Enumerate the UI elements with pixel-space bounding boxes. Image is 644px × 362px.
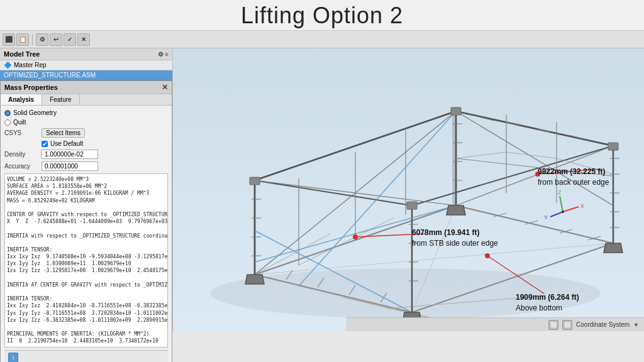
coordinate-dropdown-arrow[interactable]: ▼ bbox=[633, 322, 639, 328]
mass-props-body: Solid Geometry Quilt CSYS Select Items U… bbox=[1, 106, 172, 362]
mass-props-title-label: Mass Properties bbox=[4, 84, 58, 91]
master-rep-label: Master Rep bbox=[14, 62, 47, 69]
annotation-2-text: 6078mm (19.941 ft) bbox=[412, 228, 479, 237]
toolbar-icon-3[interactable]: ⚙ bbox=[36, 33, 48, 46]
annotation-3-subtext: Above bottom bbox=[516, 304, 562, 312]
left-panel: Model Tree ⚙ ≡ 🔷 Master Rep OPTIMIZED_ST… bbox=[0, 48, 173, 331]
coordinate-system-label: Coordinate System bbox=[576, 321, 630, 328]
use-default-label: Use Default bbox=[50, 140, 83, 147]
density-label: Density bbox=[4, 151, 39, 158]
use-default-checkbox[interactable] bbox=[42, 141, 48, 147]
use-default-row: Use Default bbox=[4, 140, 168, 147]
structure-viewport-svg: X Z Y bbox=[173, 48, 644, 331]
status-icon-1[interactable]: ⬜ bbox=[548, 320, 558, 330]
model-tree-label: Model Tree bbox=[4, 50, 40, 58]
svg-text:Z: Z bbox=[558, 189, 562, 195]
mass-properties-panel: Mass Properties ✕ Analysis Feature Solid… bbox=[0, 80, 172, 362]
svg-text:X: X bbox=[580, 203, 584, 209]
svg-marker-49 bbox=[447, 206, 465, 215]
toolbar-icon-4[interactable]: ↩ bbox=[50, 33, 62, 46]
svg-marker-48 bbox=[604, 243, 623, 253]
master-rep-icon: 🔷 bbox=[4, 62, 11, 69]
accuracy-row: Accuracy bbox=[4, 162, 168, 171]
mass-props-title: Mass Properties ✕ bbox=[1, 81, 172, 94]
annotation-2-subtext: from STB side outer edge bbox=[412, 239, 498, 248]
svg-rect-44 bbox=[608, 143, 618, 150]
solid-geometry-label: Solid Geometry bbox=[13, 109, 57, 116]
toolbar-icon-5[interactable]: ✓ bbox=[64, 33, 76, 46]
quilt-label: Quilt bbox=[13, 119, 26, 126]
select-items-button[interactable]: Select Items bbox=[42, 128, 85, 138]
quilt-radio[interactable] bbox=[4, 119, 11, 126]
density-input[interactable] bbox=[42, 150, 98, 159]
tree-icon-1[interactable]: ⚙ bbox=[158, 51, 164, 58]
svg-marker-46 bbox=[245, 275, 264, 284]
annotation-3: 1909mm (6.264 ft) Above bottom bbox=[516, 292, 579, 314]
toolbar-row: ⬛ 📋 ⚙ ↩ ✓ ✕ bbox=[0, 31, 644, 48]
tab-analysis[interactable]: Analysis bbox=[1, 94, 42, 105]
svg-point-82 bbox=[562, 211, 564, 213]
solid-geometry-radio[interactable] bbox=[4, 110, 11, 116]
tab-feature[interactable]: Feature bbox=[42, 94, 79, 105]
accuracy-input[interactable] bbox=[42, 162, 98, 171]
svg-text:Y: Y bbox=[544, 214, 548, 221]
asm-file-label: OPTIMIZED_STRUCTURE.ASM bbox=[4, 72, 96, 79]
geometry-quilt-row: Quilt bbox=[4, 119, 168, 126]
csys-label: CSYS bbox=[4, 129, 39, 136]
toolbar-icon-2[interactable]: 📋 bbox=[16, 33, 29, 46]
tree-icon-2[interactable]: ≡ bbox=[165, 51, 169, 58]
density-row: Density bbox=[4, 150, 168, 159]
geometry-solid-row: Solid Geometry bbox=[4, 109, 168, 116]
svg-rect-45 bbox=[451, 107, 461, 115]
mass-props-close-button[interactable]: ✕ bbox=[162, 83, 168, 92]
mass-props-output: VOLUME = 2.5223240e+08 MM^3 SURFACE AREA… bbox=[4, 173, 168, 348]
page-title: Lifting Option 2 bbox=[0, 3, 644, 29]
main-layout: Model Tree ⚙ ≡ 🔷 Master Rep OPTIMIZED_ST… bbox=[0, 48, 644, 331]
info-icon[interactable]: i bbox=[8, 353, 18, 363]
mass-props-tabs: Analysis Feature bbox=[1, 94, 172, 106]
toolbar-icon-6[interactable]: ✕ bbox=[77, 33, 90, 46]
accuracy-label: Accuracy bbox=[4, 163, 39, 170]
annotation-1: 9822mm (32.225 ft) from back outer edge bbox=[538, 167, 609, 188]
toolbar-icon-1[interactable]: ⬛ bbox=[3, 33, 15, 46]
mass-props-footer: i bbox=[4, 350, 168, 363]
master-rep-bar: 🔷 Master Rep bbox=[0, 60, 172, 70]
model-tree-bar: Model Tree ⚙ ≡ bbox=[0, 48, 172, 60]
annotation-3-text: 1909mm (6.264 ft) bbox=[516, 293, 579, 302]
asm-bar: OPTIMIZED_STRUCTURE.ASM bbox=[0, 70, 172, 80]
svg-rect-22 bbox=[453, 110, 456, 207]
svg-rect-43 bbox=[407, 202, 417, 209]
status-bar: ⬜ ⬜ Coordinate System ▼ bbox=[346, 317, 644, 331]
title-bar: Lifting Option 2 bbox=[0, 0, 644, 31]
annotation-1-text: 9822mm (32.225 ft) bbox=[538, 167, 605, 176]
status-icon-2[interactable]: ⬜ bbox=[562, 320, 572, 330]
annotation-2: 6078mm (19.941 ft) from STB side outer e… bbox=[412, 228, 498, 249]
svg-rect-42 bbox=[250, 177, 260, 185]
annotation-1-subtext: from back outer edge bbox=[538, 178, 609, 187]
csys-row: CSYS Select Items bbox=[4, 128, 168, 138]
viewport[interactable]: 🔍 🔍 ⊡ ⬜ ⬜ ⬜ ⬜ ⬜ ⬜ ⬜ ⬜ ⬜ bbox=[173, 48, 644, 331]
